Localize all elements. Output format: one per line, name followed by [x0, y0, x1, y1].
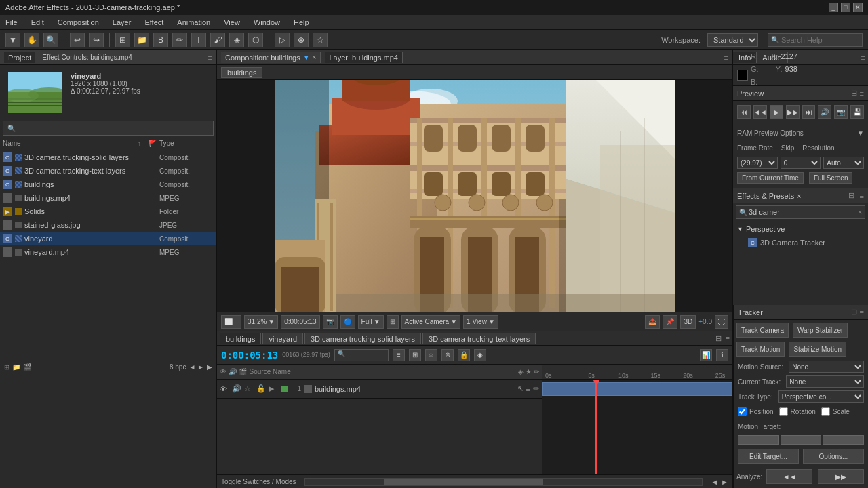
- tab-project[interactable]: Project: [4, 52, 35, 63]
- scale-checkbox[interactable]: [821, 407, 830, 416]
- skip-select[interactable]: 0: [781, 157, 821, 169]
- menu-file[interactable]: File: [3, 17, 20, 28]
- menu-animation[interactable]: Animation: [174, 17, 213, 28]
- timeline-collapse-btn[interactable]: ⊟: [715, 334, 722, 343]
- viewer-time[interactable]: 0:00:05:13: [281, 315, 319, 329]
- viewer-zoom[interactable]: 31.2% ▼: [244, 315, 278, 329]
- sort-arrow[interactable]: ↑: [138, 140, 149, 147]
- tool-shape[interactable]: ▷: [275, 33, 290, 47]
- effects-group-header[interactable]: ▼ Perspective: [734, 222, 867, 236]
- viewer-quality-btn[interactable]: ⬜: [221, 315, 241, 329]
- layer-expand-icon[interactable]: ▶: [269, 384, 278, 393]
- effects-expand[interactable]: ⊟: [848, 191, 854, 200]
- track-type-select[interactable]: Perspective co...: [778, 390, 864, 403]
- tool-undo[interactable]: ↩: [70, 33, 85, 47]
- list-item[interactable]: C 3D camera tracking-text layers Composi…: [0, 164, 216, 178]
- search-help-box[interactable]: 🔍: [768, 33, 863, 47]
- list-item[interactable]: stained-glass.jpg JPEG: [0, 218, 216, 232]
- options-btn[interactable]: Options...: [803, 449, 864, 464]
- current-track-select[interactable]: None: [786, 375, 864, 388]
- list-item[interactable]: C buildings Composit.: [0, 178, 216, 191]
- tab-vineyard[interactable]: vineyard: [262, 333, 303, 344]
- from-current-btn[interactable]: From Current Time: [737, 172, 804, 184]
- effects-menu[interactable]: ≡: [860, 192, 864, 200]
- btn-save-snapshot[interactable]: 💾: [850, 105, 864, 119]
- tool-pen[interactable]: ✏: [172, 33, 187, 47]
- btn-play[interactable]: ▶: [770, 105, 783, 119]
- track-motion-btn[interactable]: Track Motion: [736, 342, 785, 357]
- toggle-switches[interactable]: Toggle Switches / Modes: [221, 478, 296, 485]
- layer-vis-icon[interactable]: 👁: [220, 385, 229, 393]
- tool-clone[interactable]: ◈: [229, 33, 244, 47]
- table-row[interactable]: 👁 🔊 ☆ 🔓 ▶ 1 buildings.mp4 ↖ ≡ ✏: [217, 380, 542, 399]
- btn-next-frame[interactable]: ▶▶: [786, 105, 800, 119]
- tool-anchor[interactable]: ⊕: [294, 33, 309, 47]
- panel-menu-btn[interactable]: ≡: [859, 54, 868, 62]
- playhead[interactable]: [595, 380, 597, 474]
- effects-close[interactable]: ×: [797, 192, 801, 200]
- project-search[interactable]: 🔍: [3, 121, 214, 136]
- project-search-input[interactable]: [18, 124, 209, 132]
- tool-text[interactable]: T: [191, 33, 206, 47]
- effects-search[interactable]: 🔍 ×: [736, 205, 865, 219]
- footer-arrows[interactable]: ◄ ►: [189, 363, 204, 371]
- list-item[interactable]: C vineyard Composit.: [0, 232, 216, 245]
- new-folder-btn[interactable]: 📁: [12, 363, 20, 371]
- viewer-export-btn[interactable]: 📤: [645, 315, 660, 329]
- track-bar[interactable]: [542, 382, 732, 396]
- motion-source-select[interactable]: None: [789, 361, 864, 373]
- tab-effect-controls[interactable]: Effect Controls: buildings.mp4: [38, 52, 136, 62]
- resolution-select[interactable]: Auto: [823, 157, 864, 169]
- menu-layer[interactable]: Layer: [110, 17, 134, 28]
- new-comp-btn[interactable]: ⊞: [4, 363, 9, 371]
- tool-select[interactable]: ▼: [5, 33, 20, 47]
- tool-puppet[interactable]: ☆: [313, 33, 328, 47]
- timeline-track-area[interactable]: [542, 380, 732, 474]
- timeline-ctrl-comp[interactable]: ◈: [474, 349, 486, 361]
- comp-tab-close[interactable]: ×: [313, 54, 317, 61]
- clear-search-icon[interactable]: ×: [858, 209, 862, 216]
- layer-lock-icon[interactable]: 🔓: [256, 384, 266, 393]
- tool-hand[interactable]: ✋: [24, 33, 39, 47]
- analyze-backward-btn[interactable]: ◄◄: [766, 469, 812, 484]
- list-item[interactable]: ▶ Solids Folder: [0, 205, 216, 218]
- viewer-render-btn[interactable]: 🔵: [340, 315, 355, 329]
- viewer-view-select[interactable]: 1 View ▼: [463, 315, 498, 329]
- viewer-quality-select[interactable]: Full ▼: [358, 315, 384, 329]
- tab-buildings[interactable]: buildings: [220, 333, 261, 344]
- comp-tab-buildings[interactable]: Composition: buildings ▼ ×: [221, 52, 321, 63]
- timeline-tracks[interactable]: 0s 5s 10s 15s 20s 25s: [542, 365, 732, 474]
- warp-stabilizer-btn[interactable]: Warp Stabilizer: [793, 323, 848, 338]
- timeline-ctrl-collapse[interactable]: ⊞: [409, 349, 421, 361]
- timeline-ctrl-expand[interactable]: ≡: [393, 349, 405, 361]
- list-item[interactable]: C 3D camera trucking-solid layers Compos…: [0, 150, 216, 164]
- search-help-input[interactable]: [781, 36, 859, 44]
- time-display[interactable]: 0:00:05:13: [221, 350, 278, 361]
- effects-search-input[interactable]: [749, 208, 856, 216]
- panel-menu-btn[interactable]: ≡: [208, 54, 212, 62]
- viewer-camera-btn[interactable]: 📷: [323, 315, 338, 329]
- tracker-menu[interactable]: ≡: [860, 308, 864, 317]
- preview-menu[interactable]: ≡: [860, 89, 864, 98]
- tool-new-comp[interactable]: ⊞: [115, 33, 130, 47]
- menu-composition[interactable]: Composition: [55, 17, 102, 28]
- timeline-search[interactable]: 🔍: [334, 349, 389, 361]
- tool-paint[interactable]: 🖌: [210, 33, 225, 47]
- minimize-button[interactable]: _: [829, 3, 838, 12]
- tool-import[interactable]: 📁: [134, 33, 149, 47]
- timeline-menu-btn[interactable]: ≡: [726, 334, 730, 342]
- position-checkbox[interactable]: [738, 407, 747, 416]
- timeline-zoom-out[interactable]: ◄: [711, 478, 718, 486]
- frame-rate-select[interactable]: (29.97): [737, 157, 778, 169]
- comp-viewer[interactable]: [217, 80, 732, 312]
- list-item[interactable]: C 3D Camera Tracker: [734, 236, 867, 249]
- menu-effect[interactable]: Effect: [142, 17, 166, 28]
- timeline-ctrl-lock[interactable]: 🔒: [458, 349, 470, 361]
- timeline-ctrl-info[interactable]: ℹ: [716, 349, 728, 361]
- viewer-grid-btn[interactable]: ⊞: [387, 315, 399, 329]
- comp-panel-menu[interactable]: ≡: [724, 54, 728, 62]
- full-screen-btn[interactable]: Full Screen: [809, 172, 853, 184]
- close-button[interactable]: ✕: [853, 3, 863, 12]
- viewer-3d-btn[interactable]: 3D: [680, 315, 696, 329]
- layer-audio-icon[interactable]: 🔊: [232, 384, 241, 393]
